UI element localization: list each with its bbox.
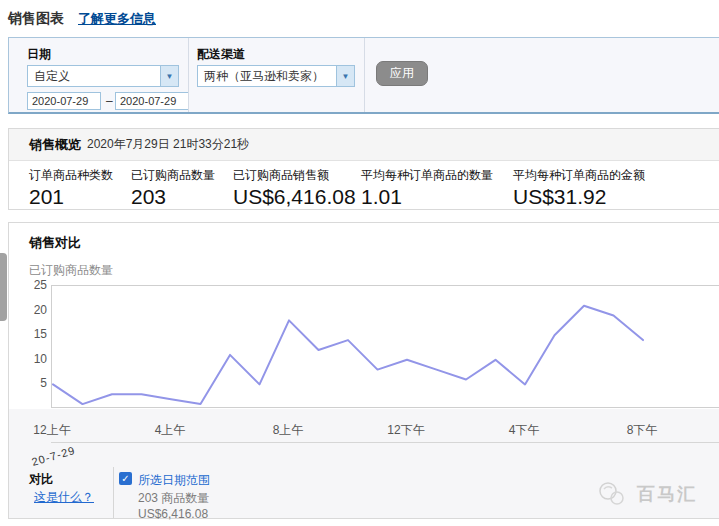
overview-title: 销售概览 xyxy=(29,136,81,154)
sales-comparison-panel: 销售对比 已订购商品数量 20-7-29 对比 这是什么？ ✓ 所选日期范围 2… xyxy=(8,222,719,519)
stat-value: US$31.92 xyxy=(513,185,645,209)
y-axis-title: 已订购商品数量 xyxy=(29,262,113,279)
apply-button[interactable]: 应用 xyxy=(376,61,428,86)
stat-avg-amount: 平均每种订单商品的金额 US$31.92 xyxy=(513,167,645,209)
y-axis-tick: 10 xyxy=(9,352,47,366)
legend-range-link[interactable]: 所选日期范围 xyxy=(138,472,210,489)
y-axis-tick: 20 xyxy=(9,303,47,317)
sales-line-series xyxy=(53,306,643,404)
x-axis-tick: 4下午 xyxy=(494,422,554,439)
date-filter-label: 日期 xyxy=(27,46,51,63)
page-title: 销售图表 xyxy=(8,10,64,28)
channel-filter-label: 配送渠道 xyxy=(197,46,245,63)
date-from-input[interactable] xyxy=(27,92,101,110)
stat-label: 平均每种订单商品的数量 xyxy=(361,167,513,184)
legend-divider-vertical xyxy=(113,467,114,518)
channel-select[interactable]: 两种（亚马逊和卖家） ▼ xyxy=(197,65,355,87)
date-range-separator: – xyxy=(106,94,113,108)
line-chart-plot-area xyxy=(51,285,719,408)
stat-units-ordered: 已订购商品数量 203 xyxy=(131,167,233,209)
watermark: 百马汇 xyxy=(597,481,697,507)
chevron-down-icon[interactable]: ▼ xyxy=(336,66,354,86)
stat-value: 201 xyxy=(29,185,131,209)
x-axis-tick: 4上午 xyxy=(140,422,200,439)
feedback-tab[interactable] xyxy=(0,253,7,321)
watermark-text: 百马汇 xyxy=(637,482,697,506)
whats-this-link[interactable]: 这是什么？ xyxy=(34,489,94,506)
stat-value: 1.01 xyxy=(361,185,513,209)
x-axis-tick: 12下午 xyxy=(376,422,436,439)
date-preset-value: 自定义 xyxy=(28,68,160,85)
legend-units-value: 203 商品数量 xyxy=(138,490,209,507)
y-axis-tick: 25 xyxy=(9,278,47,292)
legend-checkbox-checked[interactable]: ✓ xyxy=(119,472,132,485)
stat-label: 订单商品种类数 xyxy=(29,167,131,184)
stat-order-items: 订单商品种类数 201 xyxy=(29,167,131,209)
legend-amount-value: US$6,416.08 xyxy=(138,507,208,521)
y-axis-tick: 15 xyxy=(9,327,47,341)
x-axis-tick: 12上午 xyxy=(22,422,82,439)
stat-value: US$6,416.08 xyxy=(233,185,361,209)
date-preset-select[interactable]: 自定义 ▼ xyxy=(27,65,179,87)
stat-label: 平均每种订单商品的金额 xyxy=(513,167,645,184)
sales-overview-panel: 销售概览 2020年7月29日 21时33分21秒 订单商品种类数 201 已订… xyxy=(8,128,719,210)
horse-logo-icon xyxy=(597,481,629,507)
chevron-down-icon[interactable]: ▼ xyxy=(160,66,178,86)
date-to-input[interactable] xyxy=(115,92,189,110)
learn-more-link[interactable]: 了解更多信息 xyxy=(78,10,156,28)
y-axis-tick: 5 xyxy=(9,376,47,390)
legend-divider xyxy=(51,442,719,443)
compare-label: 对比 xyxy=(29,471,53,488)
stat-avg-units: 平均每种订单商品的数量 1.01 xyxy=(361,167,513,209)
stat-value: 203 xyxy=(131,185,233,209)
comparison-title: 销售对比 xyxy=(29,234,81,252)
filter-bar: 日期 自定义 ▼ – 配送渠道 两种（亚马逊和卖家） ▼ 应用 xyxy=(8,37,719,114)
filter-divider xyxy=(188,38,189,112)
x-axis-tick: 8上午 xyxy=(258,422,318,439)
overview-timestamp: 2020年7月29日 21时33分21秒 xyxy=(87,136,249,153)
filter-divider xyxy=(364,38,365,112)
stat-label: 已订购商品数量 xyxy=(131,167,233,184)
stat-ordered-sales: 已订购商品销售额 US$6,416.08 xyxy=(233,167,361,209)
channel-select-value: 两种（亚马逊和卖家） xyxy=(198,68,336,85)
x-axis-tick: 8下午 xyxy=(612,422,672,439)
stat-label: 已订购商品销售额 xyxy=(233,167,361,184)
